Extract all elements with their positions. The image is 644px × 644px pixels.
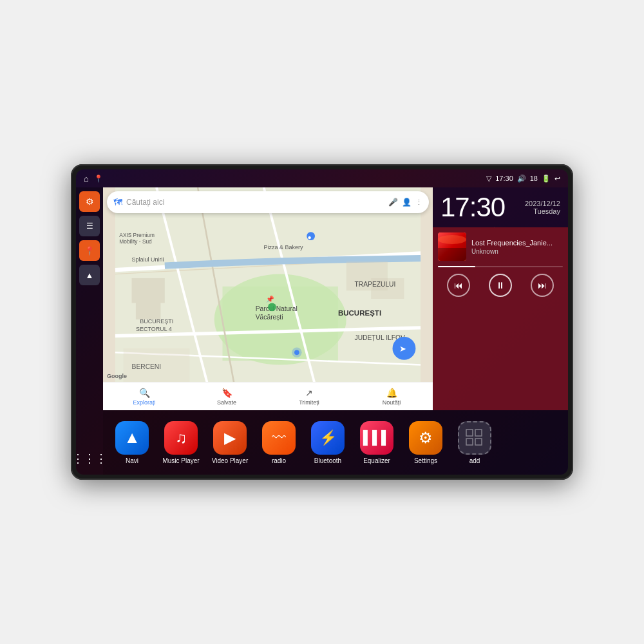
svg-point-27 <box>268 303 276 311</box>
map-explore-tab[interactable]: 🔍 Explorați <box>103 388 185 406</box>
map-search-text[interactable]: Căutați aici <box>126 198 384 207</box>
map-options-icon[interactable]: ⋮ <box>415 198 422 207</box>
battery-level: 18 <box>530 175 538 182</box>
sidebar-location-button[interactable]: 📍 <box>79 240 100 261</box>
nav-icon: ▲ <box>86 270 94 280</box>
status-bar-right: ▽ 17:30 🔊 18 🔋 ↩ <box>486 175 560 183</box>
google-logo: Google <box>107 373 127 379</box>
video-icon-bg: ▶ <box>213 421 247 455</box>
maps-icon[interactable]: 📍 <box>94 175 103 183</box>
svg-text:Văcărești: Văcărești <box>256 314 283 321</box>
eq-icon-bg: ▌▌▌ <box>360 421 393 455</box>
svg-point-32 <box>294 350 299 355</box>
navi-icon-bg: ▲ <box>115 421 149 455</box>
music-artist: Unknown <box>471 248 563 255</box>
map-share-tab[interactable]: ↗ Trimiteți <box>268 388 350 406</box>
music-section: Lost Frequencies_Janie... Unknown ⏮ <box>433 227 568 410</box>
main-area: ⚙ ☰ 📍 ▲ ⋮⋮⋮ <box>76 187 568 475</box>
svg-text:BERCENI: BERCENI <box>132 363 162 370</box>
music-progress-bar[interactable] <box>438 266 563 267</box>
status-time: 17:30 <box>495 175 513 182</box>
sidebar-nav-button[interactable]: ▲ <box>79 265 100 285</box>
right-panel: 17:30 2023/12/12 Tuesday <box>433 187 568 410</box>
clock-time: 17:30 <box>440 194 505 221</box>
svg-text:Parcul Natural: Parcul Natural <box>256 305 298 312</box>
clock-section: 17:30 2023/12/12 Tuesday <box>433 187 568 227</box>
explore-icon: 🔍 <box>139 388 150 398</box>
status-bar: ⌂ 📍 ▽ 17:30 🔊 18 🔋 ↩ <box>76 169 568 187</box>
svg-text:●: ● <box>308 234 312 241</box>
navi-label: Navi <box>126 457 138 464</box>
svg-text:TRAPEZULUI: TRAPEZULUI <box>355 281 396 288</box>
battery-icon: 🔋 <box>542 175 551 183</box>
svg-text:Mobility - Sud: Mobility - Sud <box>119 238 152 245</box>
app-video-player[interactable]: ▶ Video Player <box>207 421 252 464</box>
bottom-apps-bar: ▲ Navi ♫ Music Player ▶ <box>103 410 568 475</box>
svg-text:Splaiul Unirii: Splaiul Unirii <box>132 256 164 263</box>
saved-label: Salvate <box>217 399 236 406</box>
app-navi[interactable]: ▲ Navi <box>109 421 155 464</box>
svg-text:📌: 📌 <box>266 295 274 303</box>
sidebar-settings-button[interactable]: ⚙ <box>79 191 100 212</box>
share-label: Trimiteți <box>299 399 319 406</box>
music-prev-button[interactable]: ⏮ <box>447 274 470 297</box>
svg-rect-11 <box>136 303 160 319</box>
map-search-bar[interactable]: 🗺 Căutați aici 🎤 👤 ⋮ <box>107 191 429 213</box>
top-section: Splaiul Unirii Parcul Natural Văcărești … <box>103 187 568 410</box>
video-player-label: Video Player <box>212 457 249 464</box>
app-add[interactable]: add <box>452 421 497 464</box>
back-icon[interactable]: ↩ <box>554 175 560 183</box>
video-app-icon: ▶ <box>224 429 236 447</box>
map-news-tab[interactable]: 🔔 Noutăți <box>350 388 433 406</box>
svg-rect-10 <box>132 278 165 303</box>
center-content: Splaiul Unirii Parcul Natural Văcărești … <box>103 187 568 475</box>
account-icon[interactable]: 👤 <box>402 198 412 207</box>
svg-text:BUCUREȘTI: BUCUREȘTI <box>338 309 381 317</box>
app-equalizer[interactable]: ▌▌▌ Equalizer <box>354 421 399 464</box>
prev-icon: ⏮ <box>454 280 463 290</box>
app-bluetooth[interactable]: ⚡ Bluetooth <box>305 421 350 464</box>
bluetooth-icon: ⚡ <box>319 430 337 446</box>
news-label: Noutăți <box>383 399 401 406</box>
sidebar: ⚙ ☰ 📍 ▲ ⋮⋮⋮ <box>76 187 103 475</box>
bt-icon-bg: ⚡ <box>311 421 345 455</box>
status-bar-left: ⌂ 📍 <box>84 174 103 184</box>
files-icon: ☰ <box>86 222 93 231</box>
volume-icon: 🔊 <box>517 175 526 183</box>
music-next-button[interactable]: ⏭ <box>531 274 554 297</box>
settings-app-icon: ⚙ <box>419 429 433 447</box>
music-pause-button[interactable]: ⏸ <box>489 274 512 297</box>
pause-icon: ⏸ <box>496 280 505 290</box>
add-grid-icon <box>465 428 484 448</box>
clock-date: 2023/12/12 <box>525 200 560 207</box>
wifi-icon: ▽ <box>486 175 491 183</box>
music-info: Lost Frequencies_Janie... Unknown <box>471 239 563 255</box>
device-screen: ⌂ 📍 ▽ 17:30 🔊 18 🔋 ↩ ⚙ ☰ <box>76 169 568 475</box>
next-icon: ⏭ <box>538 280 547 290</box>
home-icon[interactable]: ⌂ <box>84 174 89 184</box>
svg-rect-36 <box>475 430 482 436</box>
app-music-player[interactable]: ♫ Music Player <box>158 421 204 464</box>
maps-logo-icon: 🗺 <box>113 197 122 207</box>
music-player-label: Music Player <box>162 457 199 464</box>
grid-icon: ⋮⋮⋮ <box>76 451 107 466</box>
equalizer-label: Equalizer <box>363 457 390 464</box>
app-settings[interactable]: ⚙ Settings <box>403 421 448 464</box>
sidebar-apps-button[interactable]: ⋮⋮⋮ <box>79 450 100 471</box>
settings-icon: ⚙ <box>86 196 94 207</box>
saved-icon: 🔖 <box>222 388 232 398</box>
svg-text:SECTORUL 4: SECTORUL 4 <box>136 326 172 332</box>
sidebar-files-button[interactable]: ☰ <box>79 216 100 236</box>
svg-rect-37 <box>466 439 473 445</box>
app-radio[interactable]: 〰 radio <box>256 421 301 464</box>
map-container[interactable]: Splaiul Unirii Parcul Natural Văcărești … <box>103 187 433 410</box>
equalizer-icon: ▌▌▌ <box>363 430 391 445</box>
radio-label: radio <box>272 457 286 464</box>
music-album-art <box>438 232 466 261</box>
microphone-icon[interactable]: 🎤 <box>388 198 398 207</box>
svg-rect-2 <box>223 287 338 361</box>
map-saved-tab[interactable]: 🔖 Salvate <box>185 388 268 406</box>
svg-text:➤: ➤ <box>399 344 406 354</box>
location-icon: 📍 <box>84 246 95 256</box>
clock-day: Tuesday <box>525 207 560 215</box>
